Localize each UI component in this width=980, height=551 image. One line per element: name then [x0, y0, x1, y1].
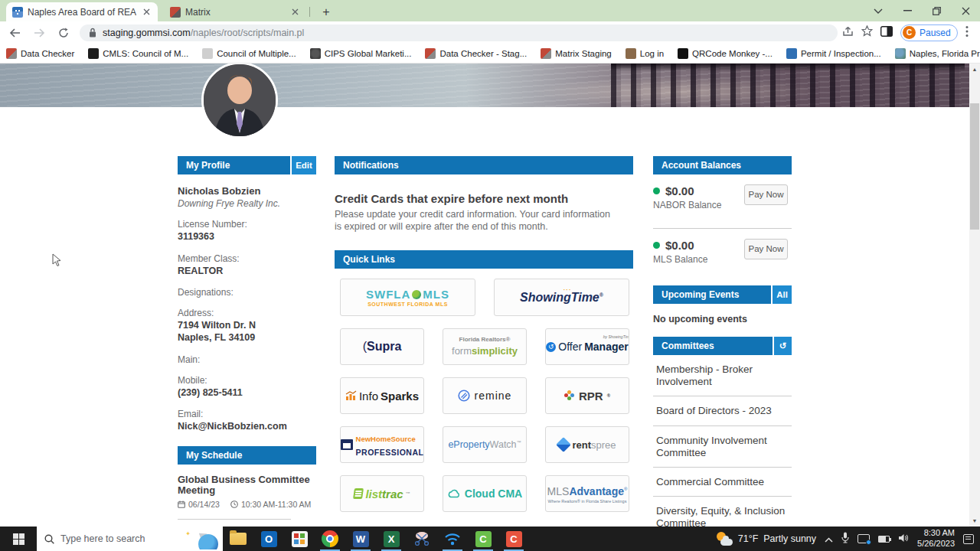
tab-nabor[interactable]: Naples Area Board of REALTORS: [6, 2, 158, 21]
bookmark-cmls[interactable]: CMLS: Council of M...: [88, 48, 188, 59]
tab-close-icon[interactable]: [289, 7, 300, 18]
tray-chevron-icon[interactable]: [825, 532, 833, 546]
outlook-icon[interactable]: O: [253, 527, 284, 551]
quick-link-rentspree[interactable]: rentspree: [545, 426, 629, 463]
scrollbar-thumb[interactable]: [970, 103, 979, 230]
bookmark-data-checker-staging[interactable]: Data Checker - Stag...: [425, 48, 527, 59]
committee-item[interactable]: Membership - Broker Involvement: [653, 355, 792, 396]
browser-titlebar: Naples Area Board of REALTORS Matrix +: [0, 0, 980, 21]
notification-title: Credit Cards that expire before next mon…: [335, 192, 633, 205]
back-button[interactable]: [5, 23, 24, 43]
scroll-down-icon[interactable]: ▼: [969, 515, 980, 527]
cloud-icon: [447, 489, 461, 498]
bookmark-qrcode-monkey[interactable]: QRCode Monkey -...: [678, 48, 773, 59]
tab-separator: [309, 7, 310, 17]
battery-icon[interactable]: [878, 536, 890, 543]
search-input[interactable]: [60, 533, 168, 544]
committee-item[interactable]: Board of Directors - 2023: [653, 396, 792, 425]
volume-icon[interactable]: [898, 532, 909, 546]
new-tab-button[interactable]: +: [318, 4, 335, 21]
quick-link-rpr[interactable]: RPR®: [545, 377, 629, 414]
window-restore-button[interactable]: [922, 0, 951, 21]
bookmark-naples-florida[interactable]: Naples, Florida Pro...: [895, 48, 980, 59]
main-column: Notifications Credit Cards that expire b…: [335, 156, 633, 524]
newhomesource-house-icon: [341, 439, 353, 450]
pay-now-button[interactable]: Pay Now: [744, 239, 788, 259]
weather-icon: [716, 532, 733, 546]
word-icon[interactable]: W: [345, 527, 376, 551]
camtasia-green-icon[interactable]: C: [468, 527, 498, 551]
rpr-logo-icon: [564, 390, 575, 401]
taskbar-search[interactable]: ✦: [37, 527, 223, 551]
action-center-icon[interactable]: [963, 534, 974, 544]
committees-history-button[interactable]: ↺: [773, 337, 792, 355]
bookmark-star-icon[interactable]: [861, 25, 873, 40]
mls-balance-row: $0.00 MLS Balance Pay Now: [653, 239, 792, 272]
scroll-up-icon[interactable]: ▲: [969, 64, 980, 75]
balance-status-dot: [653, 187, 660, 194]
quick-link-supra[interactable]: (Supra: [340, 328, 424, 365]
chrome-icon[interactable]: [315, 527, 345, 551]
presentation-icon[interactable]: [858, 534, 870, 543]
edit-profile-button[interactable]: Edit: [290, 156, 316, 174]
file-explorer-icon[interactable]: [223, 527, 253, 551]
quick-link-newhomesource[interactable]: NewHomeSourcePROFESSIONAL: [340, 426, 424, 463]
bookmark-council[interactable]: Council of Multiple...: [202, 48, 296, 59]
pay-now-button[interactable]: Pay Now: [744, 184, 788, 205]
microsoft-store-icon[interactable]: [284, 527, 315, 551]
bookmark-matrix-staging[interactable]: Matrix Staging: [541, 48, 612, 59]
camtasia-red-icon[interactable]: C: [498, 527, 529, 551]
tab-close-icon[interactable]: [141, 7, 152, 18]
side-panel-icon[interactable]: [880, 26, 893, 40]
right-column: Account Balances $0.00 NABOR Balance Pay…: [653, 156, 792, 527]
excel-icon[interactable]: X: [376, 527, 407, 551]
schedule-item[interactable]: Global Business Committee Meeting 06/14/…: [178, 474, 316, 520]
offermanager-logo-icon: ↺: [546, 342, 556, 352]
taskbar-weather[interactable]: 71°F Partly sunny: [716, 532, 816, 546]
notifications-header: Notifications: [335, 156, 633, 174]
forward-button[interactable]: [29, 23, 49, 43]
quick-link-mlsadvantage[interactable]: MLSAdvantage® Where Realtors® in Florida…: [545, 475, 629, 512]
tab-search-chevron-icon[interactable]: [864, 0, 893, 21]
quick-link-cloudcma[interactable]: Cloud CMA: [443, 475, 527, 512]
url-domain: staging.gommsi.com: [103, 28, 191, 38]
designations-label: Designations:: [178, 287, 316, 298]
share-icon[interactable]: [842, 26, 854, 40]
address-label: Address:: [178, 308, 316, 318]
window-close-button[interactable]: [951, 0, 980, 21]
no-events-text: No upcoming events: [653, 314, 792, 324]
committee-item[interactable]: Community Involvement Committee: [653, 426, 792, 468]
reload-button[interactable]: [54, 23, 74, 43]
quick-link-offermanager[interactable]: by ShowingTime ↺ OfferManager: [545, 328, 629, 365]
member-company: Downing Frye Realty Inc.: [178, 198, 316, 209]
start-button[interactable]: [0, 527, 37, 551]
taskbar-clock[interactable]: 8:30 AM 5/26/2023: [917, 528, 955, 549]
bookmark-log-in[interactable]: Log in: [626, 48, 664, 59]
wifi-app-icon[interactable]: [437, 527, 468, 551]
menu-kebab-icon[interactable]: [965, 25, 969, 41]
main-phone-label: Main:: [178, 354, 316, 365]
bookmark-cips[interactable]: CIPS Global Marketi...: [310, 48, 412, 59]
quick-link-listtrac[interactable]: listtrac™: [340, 475, 424, 512]
address-bar[interactable]: staging.gommsi.com/naples/root/scripts/m…: [80, 24, 838, 41]
showingtime-dots-icon: ···: [564, 286, 572, 293]
bookmark-data-checker[interactable]: Data Checker: [6, 48, 74, 59]
quick-link-swflamls[interactable]: SWFLAMLS SOUTHWEST FLORIDA MLS: [340, 279, 475, 316]
all-events-button[interactable]: All: [771, 285, 792, 304]
committee-item[interactable]: Diversity, Equity, & Inclusion Committee: [653, 497, 792, 527]
pier-banner-image: [0, 64, 969, 107]
quick-link-infosparks[interactable]: InfoSparks: [340, 377, 424, 414]
bookmark-permit-inspection[interactable]: Permit / Inspection...: [786, 48, 881, 59]
quick-link-remine[interactable]: remine: [443, 377, 527, 414]
quick-link-formsimplicity[interactable]: Florida Realtors® formsimplicity: [443, 328, 527, 365]
window-minimize-button[interactable]: [893, 0, 922, 21]
page-scrollbar[interactable]: ▲ ▼: [969, 64, 980, 527]
tab-matrix[interactable]: Matrix: [164, 2, 306, 21]
microphone-icon[interactable]: [841, 532, 849, 546]
committee-item[interactable]: Commercial Committee: [653, 468, 792, 497]
quick-link-epropertywatch[interactable]: ePropertyWatch™: [443, 426, 527, 463]
browser-profile-button[interactable]: C Paused: [900, 24, 958, 41]
snipping-tool-icon[interactable]: [407, 527, 437, 551]
weather-condition: Partly sunny: [763, 533, 816, 544]
quick-link-showingtime[interactable]: ···ShowingTime®: [494, 279, 629, 316]
